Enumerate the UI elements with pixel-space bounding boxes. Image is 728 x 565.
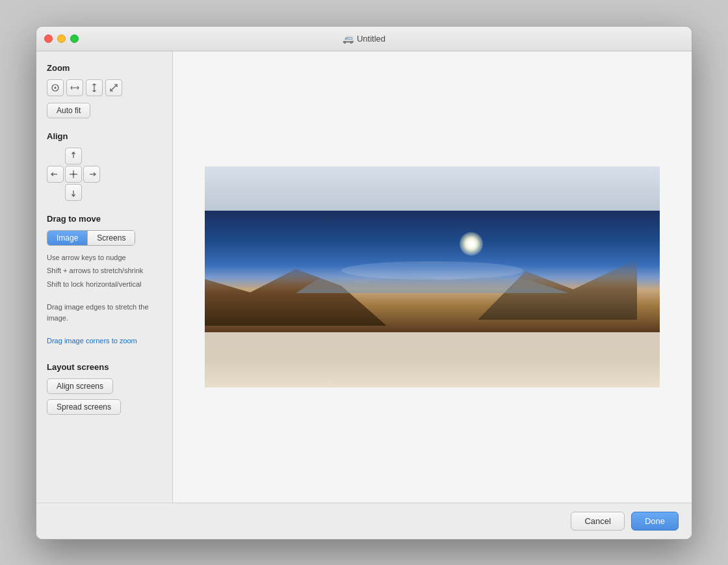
drag-hint-4: Drag image edges to stretch the image. bbox=[47, 302, 162, 323]
main-content: Zoom bbox=[36, 51, 692, 503]
title-icon: 🚐 bbox=[343, 33, 354, 44]
align-top-icon[interactable] bbox=[65, 148, 82, 164]
align-screens-button[interactable]: Align screens bbox=[47, 378, 113, 394]
align-center-icon[interactable] bbox=[65, 166, 82, 183]
zoom-title: Zoom bbox=[47, 63, 162, 73]
window-title: 🚐 Untitled bbox=[343, 33, 385, 44]
drag-hint-5[interactable]: Drag image corners to zoom bbox=[47, 335, 162, 347]
panorama-container bbox=[205, 166, 660, 388]
align-right-icon[interactable] bbox=[83, 166, 100, 183]
zoom-section: Zoom bbox=[47, 63, 162, 118]
drag-hint-1: Use arrow keys to nudge bbox=[47, 252, 162, 263]
drag-screens-button[interactable]: Screens bbox=[88, 231, 135, 245]
layout-title: Layout screens bbox=[47, 362, 162, 372]
align-left-icon[interactable] bbox=[47, 166, 64, 183]
drag-toggle-group: Image Screens bbox=[47, 230, 135, 246]
drag-hint-2: Shift + arrows to stretch/shrink bbox=[47, 265, 162, 276]
sun bbox=[460, 232, 483, 256]
drag-section: Drag to move Image Screens Use arrow key… bbox=[47, 214, 162, 349]
spread-screens-button[interactable]: Spread screens bbox=[47, 399, 121, 415]
align-bottom-icon[interactable] bbox=[65, 184, 82, 201]
align-empty-4 bbox=[83, 184, 100, 201]
zoom-diagonal-icon[interactable] bbox=[105, 79, 122, 96]
panorama-scene bbox=[205, 211, 660, 332]
main-window: 🚐 Untitled Zoom bbox=[36, 26, 692, 540]
maximize-button[interactable] bbox=[70, 34, 79, 43]
layout-section: Layout screens Align screens Spread scre… bbox=[47, 362, 162, 420]
align-section: Align bbox=[47, 131, 162, 201]
align-empty-2 bbox=[83, 148, 100, 164]
canvas-area[interactable] bbox=[173, 51, 692, 503]
zoom-icons-row bbox=[47, 79, 162, 96]
auto-fit-button[interactable]: Auto fit bbox=[47, 103, 90, 118]
svg-line-4 bbox=[110, 85, 117, 91]
close-button[interactable] bbox=[44, 34, 53, 43]
cancel-button[interactable]: Cancel bbox=[571, 512, 624, 531]
drag-image-button[interactable]: Image bbox=[47, 231, 88, 245]
zoom-fit-icon[interactable] bbox=[47, 79, 64, 96]
bottom-bar: Cancel Done bbox=[36, 503, 692, 539]
drag-hint-3: Shift to lock horizontal/vertical bbox=[47, 279, 162, 290]
svg-point-9 bbox=[73, 173, 75, 175]
zoom-vertical-icon[interactable] bbox=[86, 79, 103, 96]
align-grid bbox=[47, 148, 100, 201]
title-text: Untitled bbox=[357, 34, 385, 44]
minimize-button[interactable] bbox=[57, 34, 66, 43]
sky-top bbox=[205, 166, 660, 211]
traffic-lights bbox=[44, 34, 79, 43]
align-title: Align bbox=[47, 131, 162, 141]
done-button[interactable]: Done bbox=[631, 512, 679, 531]
drag-title: Drag to move bbox=[47, 214, 162, 224]
align-empty-1 bbox=[47, 148, 64, 164]
svg-point-1 bbox=[55, 86, 57, 88]
sand-reflection bbox=[205, 332, 660, 388]
sidebar: Zoom bbox=[36, 51, 173, 503]
align-empty-3 bbox=[47, 184, 64, 201]
titlebar: 🚐 Untitled bbox=[36, 27, 692, 51]
zoom-horizontal-icon[interactable] bbox=[66, 79, 83, 96]
